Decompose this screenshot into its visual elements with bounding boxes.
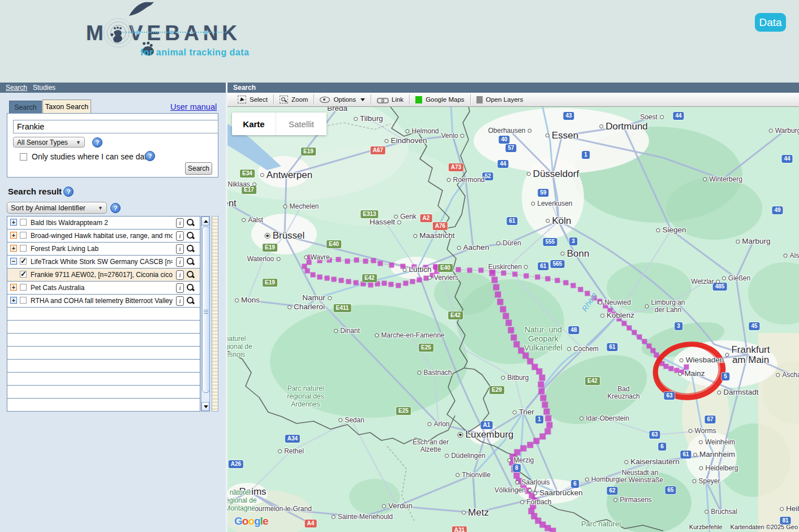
only-my-studies-checkbox[interactable] — [20, 153, 27, 161]
scroll-up-button[interactable] — [201, 217, 209, 226]
city-name: Rethel — [284, 448, 304, 455]
help-icon[interactable]: ? — [63, 187, 74, 197]
user-manual-link[interactable]: User manual — [170, 102, 217, 111]
empty-row — [7, 360, 200, 373]
expand-toggle-plus[interactable]: + — [10, 245, 17, 252]
city-label: ent — [227, 198, 237, 209]
tab-taxon-search[interactable]: Taxon Search — [42, 100, 91, 114]
help-icon[interactable]: ? — [145, 151, 155, 161]
city-label: Sedan — [338, 417, 364, 424]
city-label: Maastricht — [413, 232, 454, 240]
toolbar-button-options[interactable]: Options — [314, 93, 371, 106]
study-row[interactable]: +RTHA and COHA fall telemetry Bitterroot… — [7, 295, 200, 308]
toolbar-button-google-maps[interactable]: Google Maps — [410, 93, 470, 106]
city-dot-icon — [776, 373, 780, 377]
city-name: Pirmasens — [620, 496, 652, 504]
row-label: Forest Park Living Lab — [31, 245, 173, 253]
city-name: Helmond — [411, 128, 439, 135]
info-icon[interactable]: i — [176, 270, 184, 280]
road-shield-A76: A76 — [433, 222, 448, 230]
map-toolbar: SelectZoomOptionsLinkGoogle MapsOpen Lay… — [227, 93, 799, 107]
city-dot-icon — [567, 347, 571, 351]
road-shield-49: 49 — [772, 206, 783, 214]
help-icon[interactable]: ? — [92, 137, 102, 148]
road-shield-E19: E19 — [263, 279, 277, 287]
row-checkbox[interactable] — [20, 284, 27, 291]
row-checkbox[interactable] — [20, 297, 27, 304]
zoom-to-icon[interactable] — [186, 218, 195, 227]
menu-item-search[interactable]: Search — [6, 84, 27, 92]
city-label: Brüssel — [265, 231, 305, 241]
panel-resize-handle[interactable] — [212, 216, 218, 412]
map-type-karte-button[interactable]: Karte — [232, 113, 276, 135]
zoom-to-icon[interactable] — [186, 231, 195, 240]
city-name: Metz — [468, 508, 489, 518]
toolbar-button-link[interactable]: Link — [371, 93, 409, 106]
row-checkbox[interactable] — [20, 245, 27, 252]
map-canvas[interactable]: E19E34E17E313E40E19E40E42E19E411E42E25E2… — [227, 107, 799, 532]
scrollbar-thumb[interactable] — [202, 226, 210, 393]
row-checkbox[interactable] — [20, 271, 27, 278]
road-shield-565: 565 — [551, 260, 565, 268]
study-row[interactable]: −LifeTrack White Stork SW Germany CASCB … — [7, 256, 200, 269]
road-shield-44: 44 — [673, 112, 684, 120]
city-dot-icon — [783, 254, 787, 258]
info-icon[interactable]: i — [176, 231, 184, 241]
city-dot-icon — [252, 183, 256, 187]
city-label: Alsf — [783, 252, 799, 259]
scroll-down-button[interactable] — [201, 402, 209, 411]
animal-row[interactable]: Frankie 9711 AEW02, [n=276017], Ciconia … — [7, 269, 200, 282]
study-row[interactable]: +Pet Cats Australiai — [7, 282, 200, 295]
search-input[interactable] — [13, 120, 218, 133]
study-row[interactable]: +Broad-winged Hawk habitat use, range, a… — [7, 230, 200, 243]
city-label: Limburg ander Lahn — [645, 299, 685, 313]
city-label: Pirmasens — [613, 496, 652, 504]
info-icon[interactable]: i — [176, 244, 184, 254]
city-label: Breda — [327, 107, 347, 113]
map-type-satellit-button[interactable]: Satellit — [276, 113, 327, 135]
city-dot-icon — [235, 298, 239, 302]
toolbar-button-zoom[interactable]: Zoom — [274, 93, 313, 106]
zoom-to-icon[interactable] — [186, 244, 195, 253]
google-logo[interactable]: Google — [234, 515, 268, 527]
zoom-to-icon[interactable] — [186, 270, 195, 279]
row-checkbox[interactable] — [20, 219, 27, 226]
zoom-to-icon[interactable] — [186, 257, 195, 266]
info-icon[interactable]: i — [176, 218, 184, 228]
study-row[interactable]: +Bald Ibis Waldrappteam 2i — [7, 217, 200, 230]
road-shield-3: 3 — [569, 237, 577, 245]
expand-toggle-plus[interactable]: + — [10, 284, 17, 291]
city-dot-icon — [624, 460, 628, 464]
sort-select[interactable]: Sort by Animal Identifier ▼ — [7, 202, 107, 214]
menu-item-studies[interactable]: Studies — [33, 84, 55, 92]
info-icon[interactable]: i — [176, 283, 184, 293]
expand-toggle-plus[interactable]: + — [10, 232, 17, 239]
toolbar-button-select[interactable]: Select — [232, 93, 273, 106]
list-scrollbar[interactable] — [201, 216, 210, 412]
search-button[interactable]: Search — [185, 162, 212, 175]
tab-search[interactable]: Search — [9, 101, 42, 114]
logo-wordmark: MVEBANK — [86, 21, 241, 45]
chevron-down-icon[interactable] — [360, 98, 365, 101]
city-label: Aalst — [242, 217, 263, 224]
expand-toggle-plus[interactable]: + — [10, 219, 17, 226]
data-button[interactable]: Data — [755, 13, 786, 32]
info-icon[interactable]: i — [176, 257, 184, 267]
city-dot-icon — [446, 178, 450, 182]
city-dot-icon — [501, 376, 505, 380]
expand-toggle-plus[interactable]: + — [10, 297, 17, 304]
expand-toggle-minus[interactable]: − — [10, 258, 17, 265]
toolbar-button-open-layers[interactable]: Open Layers — [471, 93, 529, 106]
info-icon[interactable]: i — [176, 296, 184, 306]
zoom-to-icon[interactable] — [186, 296, 195, 305]
zoom-to-icon[interactable] — [186, 283, 195, 292]
study-row[interactable]: +Forest Park Living Labi — [7, 243, 200, 256]
row-label: LifeTrack White Stork SW Germany CASCB [… — [31, 258, 173, 266]
city-name: Köln — [552, 216, 571, 226]
help-icon[interactable]: ? — [110, 203, 121, 213]
row-checkbox[interactable] — [20, 232, 27, 239]
city-dot-icon — [545, 219, 549, 223]
sensor-type-select[interactable]: All Sensor Types ▼ — [13, 137, 85, 148]
keyboard-shortcuts-link[interactable]: Kurzbefehle — [689, 524, 723, 530]
row-checkbox[interactable] — [20, 258, 27, 265]
